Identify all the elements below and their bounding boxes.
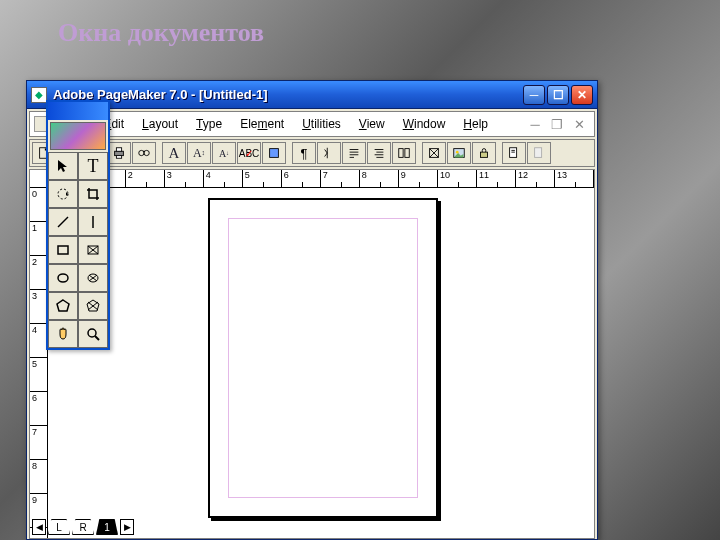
polygon-frame-tool-icon[interactable] <box>78 292 108 320</box>
find-icon[interactable] <box>132 142 156 164</box>
menu-type[interactable]: Type <box>188 115 230 133</box>
menubar: File Edit Layout Type Element Utilities … <box>29 111 595 137</box>
svg-marker-44 <box>57 300 69 311</box>
polygon-tool-icon[interactable] <box>48 292 78 320</box>
svg-line-49 <box>95 336 99 340</box>
master-right-tab[interactable]: R <box>72 519 94 535</box>
mdi-close[interactable]: ✕ <box>572 117 586 132</box>
line-tool-icon[interactable] <box>48 208 78 236</box>
ellipse-frame-tool-icon[interactable] <box>78 264 108 292</box>
text-tool-icon[interactable]: T <box>78 152 108 180</box>
char-small-icon[interactable]: A↕ <box>187 142 211 164</box>
zoom-tool-icon[interactable] <box>78 320 108 348</box>
work-area: 0 1 2 3 4 5 6 7 8 9 10 11 12 13 0 1 2 3 … <box>29 169 595 539</box>
crop-tool-icon[interactable] <box>78 180 108 208</box>
slide-title: Окна документов <box>58 18 264 48</box>
mdi-restore[interactable]: ❐ <box>550 117 564 132</box>
rect-frame-tool-icon[interactable] <box>78 236 108 264</box>
tab-left-icon[interactable] <box>342 142 366 164</box>
fill-icon[interactable] <box>262 142 286 164</box>
tab-right-icon[interactable] <box>367 142 391 164</box>
svg-rect-21 <box>405 149 409 158</box>
master-left-tab[interactable]: L <box>48 519 70 535</box>
print-icon[interactable] <box>107 142 131 164</box>
ellipse-tool-icon[interactable] <box>48 264 78 292</box>
doc-disabled-icon <box>527 142 551 164</box>
page[interactable] <box>208 198 438 518</box>
spellcheck-icon[interactable]: ABC✓ <box>237 142 261 164</box>
rotate-tool-icon[interactable] <box>48 180 78 208</box>
menu-utilities[interactable]: Utilities <box>294 115 349 133</box>
close-button[interactable]: ✕ <box>571 85 593 105</box>
titlebar[interactable]: ◆ Adobe PageMaker 7.0 - [Untitled-1] ─ ☐… <box>27 81 597 109</box>
svg-rect-6 <box>116 156 121 159</box>
page-margin <box>228 218 418 498</box>
toolbox-titlebar[interactable] <box>48 102 108 120</box>
rectangle-tool-icon[interactable] <box>48 236 78 264</box>
svg-rect-20 <box>399 149 403 158</box>
svg-rect-10 <box>270 149 279 158</box>
char-tiny-icon[interactable]: A↓ <box>212 142 236 164</box>
ruler-horizontal[interactable]: 0 1 2 3 4 5 6 7 8 9 10 11 12 13 <box>30 170 594 188</box>
toolbox[interactable]: T <box>46 100 110 350</box>
menu-element[interactable]: Element <box>232 115 292 133</box>
app-icon: ◆ <box>31 87 47 103</box>
hand-tool-icon[interactable] <box>48 320 78 348</box>
menu-window[interactable]: Window <box>395 115 454 133</box>
window-title: Adobe PageMaker 7.0 - [Untitled-1] <box>53 87 523 102</box>
lock-icon[interactable] <box>472 142 496 164</box>
page-next-icon[interactable]: ▶ <box>120 519 134 535</box>
svg-point-40 <box>58 274 68 282</box>
constrained-line-tool-icon[interactable] <box>78 208 108 236</box>
page-tabs: ◀ L R 1 ▶ <box>32 518 134 536</box>
page-1-tab[interactable]: 1 <box>96 519 118 535</box>
mdi-minimize[interactable]: ─ <box>528 117 542 132</box>
svg-rect-4 <box>115 151 124 155</box>
svg-point-48 <box>88 329 96 337</box>
indent-icon[interactable] <box>317 142 341 164</box>
frame-icon[interactable] <box>422 142 446 164</box>
menu-view[interactable]: View <box>351 115 393 133</box>
columns-icon[interactable] <box>392 142 416 164</box>
toolbox-logo <box>50 122 106 150</box>
pointer-tool-icon[interactable] <box>48 152 78 180</box>
svg-rect-36 <box>58 246 68 254</box>
menu-layout[interactable]: Layout <box>134 115 186 133</box>
page-prev-icon[interactable]: ◀ <box>32 519 46 535</box>
char-normal-icon[interactable]: A <box>162 142 186 164</box>
app-window: ◆ Adobe PageMaker 7.0 - [Untitled-1] ─ ☐… <box>26 80 598 540</box>
menu-help[interactable]: Help <box>455 115 496 133</box>
hyperlink-icon[interactable] <box>502 142 526 164</box>
svg-rect-31 <box>535 148 542 158</box>
canvas[interactable] <box>48 188 594 538</box>
svg-line-33 <box>58 217 68 227</box>
toolbar: A A↕ A↓ ABC✓ ¶ <box>29 139 595 167</box>
maximize-button[interactable]: ☐ <box>547 85 569 105</box>
minimize-button[interactable]: ─ <box>523 85 545 105</box>
picture-icon[interactable] <box>447 142 471 164</box>
svg-rect-27 <box>481 152 488 157</box>
pilcrow-icon[interactable]: ¶ <box>292 142 316 164</box>
svg-point-26 <box>456 151 459 154</box>
svg-rect-5 <box>116 148 121 152</box>
